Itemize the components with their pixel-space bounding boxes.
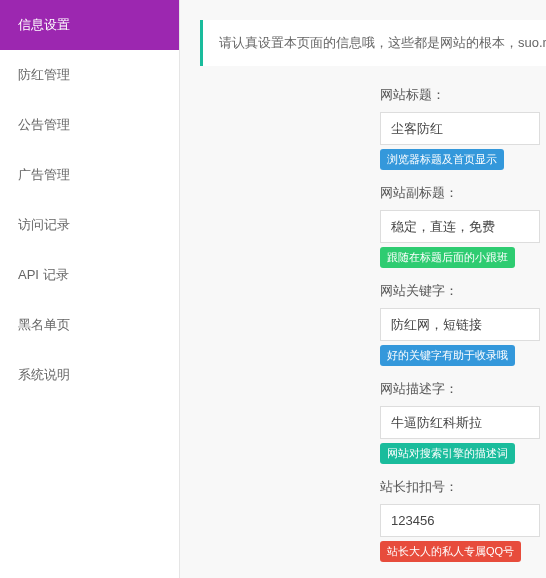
admin-qq-input[interactable] bbox=[380, 504, 540, 537]
sidebar-item-blacklist[interactable]: 黑名单页 bbox=[0, 300, 179, 350]
site-keywords-input[interactable] bbox=[380, 308, 540, 341]
settings-form: 网站标题： 浏览器标题及首页显示 网站副标题： 跟随在标题后面的小跟班 网站关键… bbox=[380, 86, 546, 578]
sidebar-item-visit-log[interactable]: 访问记录 bbox=[0, 200, 179, 250]
sidebar-item-announcement[interactable]: 公告管理 bbox=[0, 100, 179, 150]
admin-qq-hint: 站长大人的私人专属QQ号 bbox=[380, 541, 521, 562]
site-subtitle-hint: 跟随在标题后面的小跟班 bbox=[380, 247, 515, 268]
sidebar-item-ads[interactable]: 广告管理 bbox=[0, 150, 179, 200]
sidebar-item-anti-red[interactable]: 防红管理 bbox=[0, 50, 179, 100]
notice-banner: 请认真设置本页面的信息哦，这些都是网站的根本，suo.mi的key直接去 bbox=[200, 20, 546, 66]
site-description-hint: 网站对搜索引擎的描述词 bbox=[380, 443, 515, 464]
admin-qq-label: 站长扣扣号： bbox=[380, 478, 546, 496]
sidebar-item-info-settings[interactable]: 信息设置 bbox=[0, 0, 179, 50]
site-subtitle-label: 网站副标题： bbox=[380, 184, 546, 202]
sidebar-item-api-log[interactable]: API 记录 bbox=[0, 250, 179, 300]
site-keywords-hint: 好的关键字有助于收录哦 bbox=[380, 345, 515, 366]
main-content: 请认真设置本页面的信息哦，这些都是网站的根本，suo.mi的key直接去 网站标… bbox=[180, 0, 546, 578]
sidebar-item-system-info[interactable]: 系统说明 bbox=[0, 350, 179, 400]
site-title-label: 网站标题： bbox=[380, 86, 546, 104]
site-title-input[interactable] bbox=[380, 112, 540, 145]
site-keywords-label: 网站关键字： bbox=[380, 282, 546, 300]
sidebar: 信息设置 防红管理 公告管理 广告管理 访问记录 API 记录 黑名单页 系统说… bbox=[0, 0, 180, 578]
site-description-label: 网站描述字： bbox=[380, 380, 546, 398]
site-subtitle-input[interactable] bbox=[380, 210, 540, 243]
site-title-hint: 浏览器标题及首页显示 bbox=[380, 149, 504, 170]
site-description-input[interactable] bbox=[380, 406, 540, 439]
